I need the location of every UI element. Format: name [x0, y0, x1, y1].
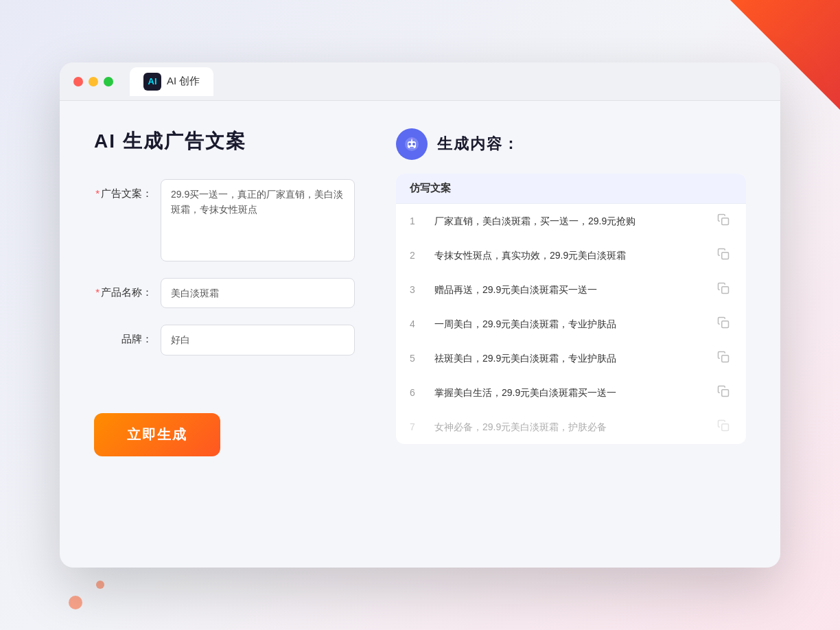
svg-rect-12	[722, 390, 729, 397]
traffic-lights	[73, 77, 113, 86]
result-number: 6	[410, 387, 423, 398]
copy-button[interactable]	[717, 282, 732, 297]
result-row: 6掌握美白生活，29.9元美白淡斑霜买一送一	[396, 375, 746, 410]
result-number: 5	[410, 353, 423, 364]
results-table: 仿写文案 1厂家直销，美白淡斑霜，买一送一，29.9元抢购2专抹女性斑点，真实功…	[396, 174, 746, 444]
copy-button[interactable]	[717, 316, 732, 331]
result-text: 专抹女性斑点，真实功效，29.9元美白淡斑霜	[434, 248, 706, 263]
close-button[interactable]	[73, 77, 83, 86]
left-panel: AI 生成广告文案 *广告文案： *产品名称： 品牌： 立即生成	[94, 128, 355, 540]
result-row: 1厂家直销，美白淡斑霜，买一送一，29.9元抢购	[396, 204, 746, 238]
robot-svg	[402, 135, 421, 154]
copy-button[interactable]	[717, 351, 732, 366]
form-group-ad-copy: *广告文案：	[94, 179, 355, 261]
copy-button[interactable]	[717, 213, 732, 229]
maximize-button[interactable]	[104, 77, 113, 86]
bg-decoration-dot-2	[96, 581, 104, 589]
minimize-button[interactable]	[89, 77, 98, 86]
result-row: 4一周美白，29.9元美白淡斑霜，专业护肤品	[396, 307, 746, 341]
result-number: 4	[410, 318, 423, 329]
results-column-header: 仿写文案	[396, 174, 746, 204]
svg-rect-7	[722, 218, 729, 225]
result-text: 一周美白，29.9元美白淡斑霜，专业护肤品	[434, 317, 706, 331]
result-number: 2	[410, 250, 423, 261]
tab-ai-icon: AI	[143, 73, 161, 91]
copy-button[interactable]	[717, 248, 732, 263]
svg-rect-11	[722, 355, 729, 362]
result-text: 赠品再送，29.9元美白淡斑霜买一送一	[434, 283, 706, 297]
svg-rect-10	[722, 321, 729, 328]
svg-rect-13	[722, 424, 729, 431]
result-number: 3	[410, 284, 423, 295]
result-row: 2专抹女性斑点，真实功效，29.9元美白淡斑霜	[396, 238, 746, 272]
svg-rect-9	[722, 287, 729, 294]
right-panel: 生成内容： 仿写文案 1厂家直销，美白淡斑霜，买一送一，29.9元抢购2专抹女性…	[396, 128, 746, 540]
title-bar: AI AI 创作	[60, 62, 780, 101]
result-text: 厂家直销，美白淡斑霜，买一送一，29.9元抢购	[434, 214, 706, 229]
robot-icon	[396, 128, 428, 160]
result-text: 女神必备，29.9元美白淡斑霜，护肤必备	[434, 420, 706, 434]
right-title: 生成内容：	[437, 134, 520, 154]
result-text: 祛斑美白，29.9元美白淡斑霜，专业护肤品	[434, 351, 706, 366]
content-area: AI 生成广告文案 *广告文案： *产品名称： 品牌： 立即生成	[60, 101, 780, 568]
result-row: 5祛斑美白，29.9元美白淡斑霜，专业护肤品	[396, 341, 746, 375]
product-input[interactable]	[161, 278, 355, 308]
ad-copy-label: *广告文案：	[94, 179, 152, 202]
result-number: 7	[410, 421, 423, 432]
svg-point-3	[412, 143, 415, 145]
result-row: 3赠品再送，29.9元美白淡斑霜买一送一	[396, 272, 746, 307]
generate-button[interactable]: 立即生成	[94, 413, 220, 456]
ad-copy-input[interactable]	[161, 179, 355, 261]
tab-ai-create[interactable]: AI AI 创作	[130, 67, 213, 96]
required-star-1: *	[95, 187, 100, 199]
copy-button[interactable]	[717, 419, 732, 434]
browser-window: AI AI 创作 AI 生成广告文案 *广告文案： *产品名称：	[60, 62, 780, 568]
brand-input[interactable]	[161, 325, 355, 355]
result-number: 1	[410, 215, 423, 226]
required-star-2: *	[95, 286, 100, 298]
product-label: *产品名称：	[94, 278, 152, 301]
svg-rect-8	[722, 253, 729, 259]
brand-label: 品牌：	[94, 325, 152, 347]
result-text: 掌握美白生活，29.9元美白淡斑霜买一送一	[434, 386, 706, 400]
result-row: 7女神必备，29.9元美白淡斑霜，护肤必备	[396, 410, 746, 444]
svg-point-2	[408, 143, 411, 145]
bg-decoration-dot-1	[69, 596, 82, 609]
form-group-brand: 品牌：	[94, 325, 355, 355]
page-title: AI 生成广告文案	[94, 128, 355, 154]
copy-button[interactable]	[717, 385, 732, 400]
right-header: 生成内容：	[396, 128, 746, 160]
tab-label: AI 创作	[167, 75, 200, 88]
svg-point-6	[411, 138, 413, 140]
form-group-product: *产品名称：	[94, 278, 355, 308]
svg-rect-4	[410, 147, 414, 148]
